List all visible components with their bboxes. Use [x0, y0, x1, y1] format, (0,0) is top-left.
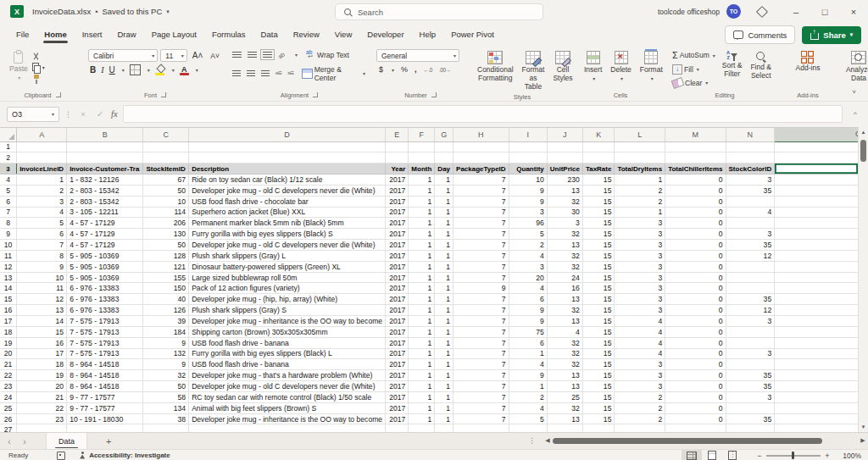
cell[interactable]: 3 — [615, 381, 665, 392]
cell[interactable]: 9 — [143, 359, 189, 370]
cell[interactable]: 0 — [665, 337, 726, 348]
column-header-A[interactable]: A — [17, 128, 67, 141]
cell[interactable]: 7 — [453, 229, 509, 240]
currency-icon[interactable]: $ — [379, 65, 383, 74]
conditional-formatting-button[interactable]: Conditional Formatting — [473, 49, 518, 85]
cell[interactable]: 1 — [409, 348, 435, 359]
cell[interactable] — [726, 272, 775, 283]
cell[interactable]: 7 — [453, 207, 509, 218]
zoom-slider-thumb[interactable] — [792, 452, 794, 459]
row-header-3[interactable]: 3 — [0, 163, 17, 175]
cell[interactable]: 2017 — [386, 250, 409, 261]
cell[interactable]: 1 — [435, 283, 453, 294]
header-cell-StockItemID[interactable]: StockItemID — [143, 163, 189, 175]
decrease-indent-icon[interactable]: «≡ — [275, 69, 281, 77]
cell[interactable]: 15 — [582, 283, 615, 294]
cell[interactable]: 4 - 57 - 17129 — [67, 240, 143, 251]
cell[interactable]: 35 — [726, 240, 775, 251]
column-header-O[interactable]: O — [775, 128, 859, 141]
confirm-entry-icon[interactable]: ✓ — [94, 109, 106, 119]
cell[interactable]: 18 — [17, 359, 67, 370]
cell[interactable]: 3 — [509, 207, 547, 218]
collapse-formula-bar-icon[interactable]: ^ — [849, 110, 861, 118]
tab-power-pivot[interactable]: Power Pivot — [443, 25, 502, 45]
column-header-F[interactable]: F — [409, 128, 435, 141]
cell[interactable]: 134 — [143, 402, 189, 413]
cell[interactable]: 1 — [435, 337, 453, 348]
cell[interactable]: 1 — [435, 207, 453, 218]
cell[interactable]: 2017 — [386, 185, 409, 196]
cell[interactable]: 1 — [615, 175, 665, 186]
cell[interactable]: 4 — [547, 326, 582, 337]
cell[interactable]: 5 — [509, 413, 547, 424]
cell[interactable]: 7 - 575 - 17913 — [67, 348, 143, 359]
cell[interactable]: 2017 — [386, 283, 409, 294]
cell[interactable] — [775, 218, 859, 229]
cell[interactable]: 2 — [615, 185, 665, 196]
column-header-D[interactable]: D — [189, 128, 386, 141]
cell[interactable] — [775, 207, 859, 218]
cell[interactable]: 2017 — [386, 218, 409, 229]
cell[interactable]: 1 — [435, 272, 453, 283]
row-header-21[interactable]: 21 — [0, 359, 17, 370]
cell[interactable]: Plush shark slippers (Gray) L — [189, 250, 386, 261]
cell[interactable]: 32 — [547, 229, 582, 240]
cell[interactable]: 9 - 77 - 17577 — [67, 391, 143, 402]
comments-button[interactable]: Comments — [725, 25, 795, 44]
cell[interactable]: 20 — [17, 381, 67, 392]
formula-bar-divider[interactable]: ⋮ — [64, 110, 72, 119]
cell[interactable]: 4 - 57 - 17129 — [67, 229, 143, 240]
cell[interactable]: 22 — [17, 402, 67, 413]
cell[interactable]: 7 — [453, 175, 509, 186]
wrap-text-button[interactable]: Wrap Text — [303, 49, 352, 60]
cell[interactable]: 0 — [665, 185, 726, 196]
cell[interactable] — [775, 316, 859, 327]
zoom-out-button[interactable]: − — [754, 452, 765, 460]
cell[interactable]: 17 — [17, 348, 67, 359]
cell[interactable]: 3 — [615, 359, 665, 370]
cell[interactable]: Developer joke mug - old C developers ne… — [189, 240, 386, 251]
cell[interactable]: 14 — [17, 316, 67, 327]
cell[interactable]: 1 — [409, 229, 435, 240]
cell[interactable]: 5 - 905 - 10369 — [67, 261, 143, 272]
cell[interactable]: 1 — [409, 218, 435, 229]
cell[interactable]: 35 — [726, 381, 775, 392]
cell[interactable] — [726, 152, 775, 163]
cell[interactable]: 8 - 964 - 14518 — [67, 370, 143, 381]
cell[interactable] — [775, 337, 859, 348]
header-cell-Invoice-Customer-Tra[interactable]: Invoice-Customer-Tra — [67, 163, 143, 175]
account-name[interactable]: toolcode officeshop — [658, 8, 720, 16]
column-header-L[interactable]: L — [615, 128, 665, 141]
cell[interactable]: 1 — [435, 240, 453, 251]
cell[interactable]: 3 — [726, 391, 775, 402]
cell[interactable]: 4 — [509, 402, 547, 413]
cell[interactable]: 12 — [17, 294, 67, 305]
insert-cells-button[interactable]: Insert ▾ — [580, 49, 606, 84]
header-cell-Day[interactable]: Day — [435, 163, 453, 175]
cell[interactable]: 1 — [409, 250, 435, 261]
cell[interactable]: Developer joke mug - inheritance is the … — [189, 413, 386, 424]
cell[interactable]: 155 — [143, 272, 189, 283]
cell[interactable]: 15 — [582, 359, 615, 370]
share-button[interactable]: Share ▾ — [802, 26, 861, 44]
cell[interactable]: 1 — [409, 359, 435, 370]
row-header-6[interactable]: 6 — [0, 196, 17, 207]
format-as-table-button[interactable]: Format as Table — [518, 49, 549, 92]
cell[interactable]: 30 — [547, 207, 582, 218]
cell[interactable]: 3 — [615, 305, 665, 316]
cell[interactable] — [775, 185, 859, 196]
cell[interactable] — [386, 152, 409, 163]
cell[interactable]: 7 — [453, 272, 509, 283]
cell[interactable]: 8 - 964 - 14518 — [67, 359, 143, 370]
cell[interactable]: 3 — [726, 316, 775, 327]
cell[interactable]: 1 — [435, 413, 453, 424]
header-cell-Month[interactable]: Month — [409, 163, 435, 175]
align-top-icon[interactable] — [232, 52, 242, 58]
cell[interactable]: 15 — [582, 218, 615, 229]
row-header-25[interactable]: 25 — [0, 402, 17, 413]
format-painter-icon[interactable] — [32, 75, 41, 84]
cell[interactable]: 15 — [582, 261, 615, 272]
cell[interactable]: 4 — [615, 337, 665, 348]
font-size-select[interactable]: 11▾ — [160, 49, 187, 62]
cell[interactable]: 2017 — [386, 337, 409, 348]
